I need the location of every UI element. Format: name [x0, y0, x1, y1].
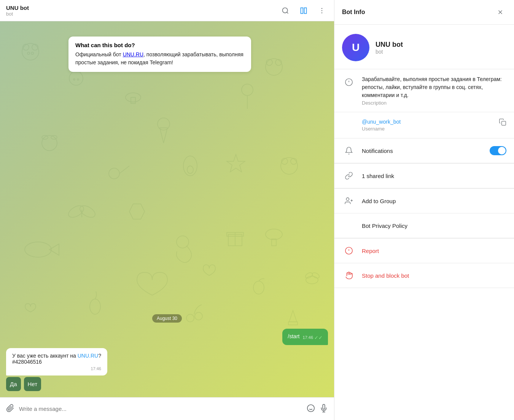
svg-point-5	[321, 12, 323, 13]
report-label: Report	[362, 248, 379, 254]
add-to-group-row[interactable]: Add to Group	[334, 189, 514, 213]
notifications-label: Notifications	[362, 148, 393, 154]
username-label: Username	[362, 126, 493, 132]
notifications-row[interactable]: Notifications	[334, 138, 514, 163]
description-content: Зарабатывайте, выполняя простые задания …	[362, 75, 506, 106]
input-actions	[307, 404, 328, 414]
chat-panel: UNU bot bot	[0, 0, 334, 420]
message-start-text: /start	[288, 333, 299, 339]
username-content: @unu_work_bot Username	[362, 118, 493, 132]
stop-block-label: Stop and block bot	[362, 272, 409, 279]
bot-reply-text: У вас уже есть аккаунт на UNU.RU? #42804…	[12, 353, 101, 365]
svg-point-3	[321, 8, 323, 9]
chat-title: UNU bot	[6, 5, 279, 11]
description-text: Зарабатывайте, выполняя простые задания …	[362, 75, 506, 99]
bot-avatar: U	[342, 34, 369, 61]
avatar-letter: U	[352, 41, 360, 54]
notifications-toggle[interactable]	[490, 146, 506, 155]
chat-input-area	[0, 397, 334, 420]
privacy-policy-row[interactable]: Bot Privacy Policy	[334, 213, 514, 238]
shared-link-icon	[342, 169, 356, 183]
svg-rect-72	[502, 121, 506, 126]
more-options-button[interactable]	[316, 5, 328, 17]
emoji-button[interactable]	[307, 404, 315, 414]
report-icon	[342, 244, 356, 258]
column-view-button[interactable]	[298, 5, 310, 17]
info-description-icon	[342, 75, 356, 89]
chat-header-info: UNU bot bot	[6, 5, 279, 17]
bot-reply-buttons: Да Нет	[6, 377, 41, 391]
notifications-icon	[342, 144, 356, 158]
svg-rect-2	[304, 8, 307, 13]
bot-info-panel: Bot Info U UNU bot bot Зарабатывайте, вы…	[334, 0, 514, 420]
username-icon	[342, 118, 356, 132]
chat-header: UNU bot bot	[0, 0, 334, 21]
bot-profile-type: bot	[376, 49, 403, 55]
yes-button[interactable]: Да	[6, 377, 21, 391]
close-panel-button[interactable]	[494, 6, 506, 18]
search-button[interactable]	[279, 5, 291, 17]
bot-profile-name: UNU bot	[376, 41, 403, 49]
info-panel-header: Bot Info	[334, 0, 514, 25]
chat-header-actions	[279, 5, 328, 17]
message-input[interactable]	[19, 406, 302, 412]
message-start-time: 17:46 ✓✓	[302, 334, 323, 342]
message-wrapper-reply: У вас уже есть аккаунт на UNU.RU? #42804…	[6, 348, 328, 391]
info-panel-title: Bot Info	[342, 9, 365, 16]
bot-profile-info: UNU bot bot	[376, 41, 403, 55]
svg-point-4	[321, 10, 323, 11]
add-to-group-label: Add to Group	[362, 198, 396, 204]
message-start: /start 17:46 ✓✓	[282, 329, 328, 345]
username-link[interactable]: @unu_work_bot	[362, 119, 401, 125]
microphone-button[interactable]	[320, 404, 328, 414]
bot-reply-card: У вас уже есть аккаунт на UNU.RU? #42804…	[6, 348, 107, 375]
stop-block-row[interactable]: Stop and block bot	[334, 263, 514, 288]
svg-rect-1	[301, 8, 303, 13]
bot-reply-time: 17:46	[12, 366, 101, 371]
bot-profile: U UNU bot bot	[334, 25, 514, 69]
add-to-group-icon	[342, 194, 356, 208]
attach-button[interactable]	[6, 404, 14, 414]
shared-link-label: 1 shared link	[362, 173, 394, 179]
date-badge: August 30	[152, 314, 182, 323]
svg-point-0	[283, 8, 288, 13]
read-checkmark: ✓✓	[314, 334, 323, 342]
stop-block-icon	[342, 269, 356, 282]
bot-reply-id: #428046516	[12, 359, 42, 365]
svg-point-62	[307, 404, 314, 411]
description-section: Зарабатывайте, выполняя простые задания …	[334, 69, 514, 112]
username-section: @unu_work_bot Username	[334, 112, 514, 138]
chat-background: What can this bot do? Официальный бот UN…	[0, 21, 334, 397]
svg-point-73	[346, 198, 349, 200]
description-label: Description	[362, 100, 506, 106]
shared-link-row[interactable]: 1 shared link	[334, 164, 514, 188]
copy-username-button[interactable]	[499, 118, 506, 127]
chat-subtitle: bot	[6, 11, 279, 17]
privacy-policy-label: Bot Privacy Policy	[362, 223, 407, 229]
message-wrapper-start: /start 17:46 ✓✓	[6, 329, 328, 345]
unu-link-reply[interactable]: UNU.RU	[78, 353, 98, 359]
no-button[interactable]: Нет	[24, 377, 41, 391]
report-row[interactable]: Report	[334, 239, 514, 263]
privacy-policy-icon	[342, 219, 356, 232]
chat-messages-area: August 30 /start 17:46 ✓✓ У вас уже есть…	[0, 21, 334, 397]
